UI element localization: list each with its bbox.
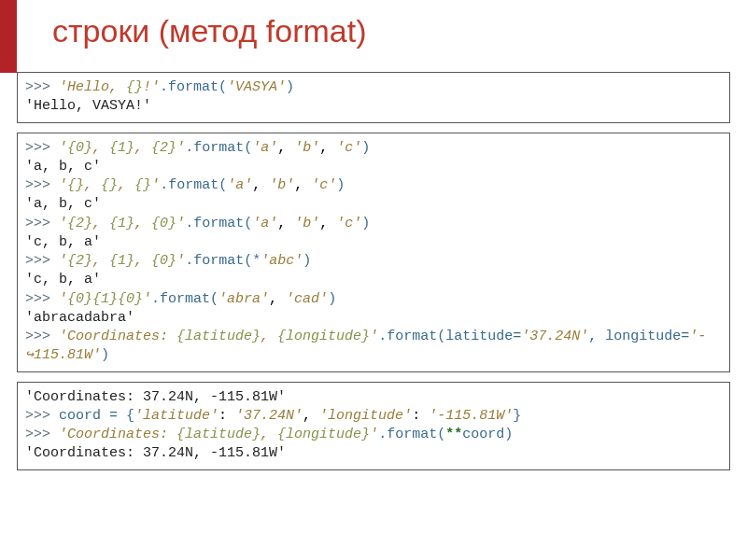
repl-prompt: >>> — [25, 253, 59, 269]
q: ' — [176, 253, 185, 269]
q: ' — [370, 329, 378, 344]
ph: {} — [67, 177, 84, 193]
code-box-2: >>> '{0}, {1}, {2}'.format('a', 'b', 'c'… — [17, 133, 730, 372]
s: , — [261, 329, 277, 344]
ph: {0} — [67, 140, 92, 156]
fn: .format( — [160, 177, 227, 193]
p: ) — [303, 253, 311, 269]
fn: .format( — [185, 253, 252, 269]
val: '-115.81W' — [429, 408, 513, 424]
key: 'latitude' — [134, 408, 218, 424]
string-arg: 'VASYA' — [227, 79, 286, 95]
output: 'c, b, a' — [25, 272, 101, 287]
comma: , — [252, 177, 269, 193]
string-literal: 'Hello, — [59, 79, 126, 95]
q: ' — [59, 291, 67, 307]
s: , — [84, 177, 101, 193]
arg: coord) — [462, 427, 513, 442]
ph: {2} — [151, 140, 176, 156]
comma: , — [294, 177, 311, 193]
s: , — [92, 140, 109, 156]
ph: {1} — [109, 253, 134, 269]
repl-prompt: >>> — [25, 291, 59, 307]
fn: .format( — [185, 216, 252, 231]
s: , — [92, 216, 109, 231]
output: 'abracadabra' — [25, 310, 134, 326]
page-title: строки (метод format) — [52, 13, 747, 49]
q: ' — [176, 140, 185, 156]
ph: {} — [134, 177, 151, 193]
ph: {2} — [67, 253, 92, 269]
ph: {longitude} — [277, 427, 370, 442]
output: 'Coordinates: 37.24N, -115.81W' — [25, 445, 286, 461]
output: 'Hello, VASYA!' — [25, 98, 151, 114]
s: , — [92, 253, 109, 269]
arg: 'c' — [336, 140, 361, 156]
arg: 'c' — [311, 177, 336, 193]
q: ' — [59, 216, 67, 231]
q: ' — [143, 291, 151, 307]
q: ' — [59, 140, 67, 156]
p: ) — [328, 291, 336, 307]
arg: 'c' — [336, 216, 361, 231]
fn: , longitude= — [588, 329, 689, 344]
format-placeholder: {} — [126, 79, 143, 95]
assign: coord = { — [59, 408, 134, 424]
format-call: .format( — [160, 79, 227, 95]
arg-cont: ↪115.81W' — [25, 347, 101, 363]
q: ' — [59, 253, 67, 269]
ph: {latitude} — [176, 427, 261, 442]
repl-prompt: >>> — [25, 427, 59, 442]
arg: 'b' — [269, 177, 294, 193]
ph: {0} — [151, 253, 176, 269]
ph: {1} — [109, 216, 134, 231]
arg: '- — [689, 329, 706, 344]
arg: 'a' — [252, 216, 277, 231]
p: ) — [101, 347, 109, 363]
p: ) — [361, 140, 370, 156]
fn: .format( — [151, 291, 218, 307]
repl-prompt: >>> — [25, 408, 59, 424]
repl-prompt: >>> — [25, 79, 59, 95]
s: , — [134, 253, 151, 269]
repl-prompt: >>> — [25, 329, 59, 344]
s: , — [134, 216, 151, 231]
ph: {longitude} — [277, 329, 370, 344]
arg: 'cad' — [286, 291, 328, 307]
output: 'a, b, c' — [25, 159, 101, 175]
ph: {1} — [109, 140, 134, 156]
code-box-1: >>> 'Hello, {}!'.format('VASYA') 'Hello,… — [17, 72, 730, 123]
s: , — [134, 140, 151, 156]
ph: {2} — [67, 216, 92, 231]
p: ) — [361, 216, 370, 231]
string-literal: !' — [143, 79, 160, 95]
fn: .format( — [378, 427, 445, 442]
s: , — [118, 177, 134, 193]
accent-bar — [0, 0, 17, 73]
arg: 'a' — [252, 140, 277, 156]
comma: , — [277, 216, 294, 231]
ph: {0}{1}{0} — [67, 291, 143, 307]
comma: , — [277, 140, 294, 156]
val: '37.24N' — [235, 408, 303, 424]
s: 'Coordinates: — [59, 427, 176, 442]
output: 'Coordinates: 37.24N, -115.81W' — [25, 389, 286, 405]
arg: 'a' — [227, 177, 252, 193]
colon: : — [412, 408, 429, 424]
code-box-3: 'Coordinates: 37.24N, -115.81W' >>> coor… — [17, 382, 730, 470]
colon: : — [218, 408, 235, 424]
q: ' — [370, 427, 378, 442]
dstar: ** — [445, 427, 462, 442]
arg: 'abc' — [261, 253, 303, 269]
q: ' — [59, 177, 67, 193]
ph: {} — [101, 177, 118, 193]
ph: {0} — [151, 216, 176, 231]
fn: .format(latitude= — [378, 329, 521, 344]
paren-close: ) — [286, 79, 294, 95]
arg: 'abra' — [218, 291, 269, 307]
fn: .format( — [185, 140, 252, 156]
star: * — [252, 253, 261, 269]
brace: } — [513, 408, 521, 424]
q: ' — [151, 177, 160, 193]
arg: 'b' — [294, 216, 319, 231]
